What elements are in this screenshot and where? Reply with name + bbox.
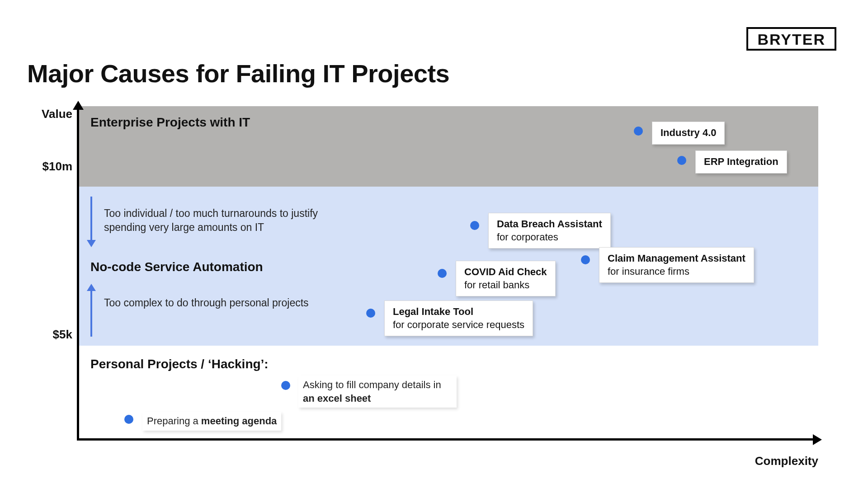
label-text: Preparing a (147, 415, 201, 427)
label-bold: meeting agenda (201, 415, 277, 427)
x-axis (77, 438, 818, 441)
card-title: Claim Management Assistant (608, 252, 745, 265)
annotation-arrow-down-icon (90, 197, 92, 242)
card-title: ERP Integration (704, 156, 778, 167)
brand-logo: BRYTER (746, 27, 836, 51)
card-title: Legal Intake Tool (393, 305, 524, 319)
dot-agenda (124, 415, 133, 424)
x-axis-label: Complexity (741, 454, 818, 468)
card-title: Industry 4.0 (660, 127, 716, 138)
card-industry40: Industry 4.0 (652, 122, 725, 145)
card-subtitle: for insurance firms (608, 265, 745, 278)
dot-erp (677, 156, 686, 165)
band-title-enterprise: Enterprise Projects with IT (90, 115, 250, 130)
card-title: COVID Aid Check (464, 266, 547, 279)
card-title: Data Breach Assistant (497, 218, 602, 231)
card-erp: ERP Integration (695, 150, 787, 174)
card-subtitle: for corporates (497, 231, 602, 244)
annotation-upper: Too individual / too much turnarounds to… (104, 206, 357, 235)
y-axis-arrow-icon (73, 101, 84, 110)
card-claim: Claim Management Assistant for insurance… (599, 247, 754, 283)
dot-claim (581, 255, 590, 264)
dot-industry40 (634, 127, 643, 136)
label-excel: Asking to fill company details in an exc… (298, 375, 457, 408)
band-title-nocode: No-code Service Automation (90, 260, 263, 274)
card-breach: Data Breach Assistant for corporates (488, 213, 611, 249)
x-axis-arrow-icon (813, 434, 822, 445)
annotation-arrow-up-icon (90, 289, 92, 337)
y-tick-10m: $10m (23, 160, 72, 174)
dot-legal (366, 309, 375, 318)
slide: BRYTER Major Causes for Failing IT Proje… (0, 0, 868, 488)
dot-breach (470, 221, 479, 230)
y-axis-label: Value (27, 107, 72, 121)
dot-covid (438, 269, 447, 278)
label-agenda: Preparing a meeting agenda (142, 412, 281, 431)
page-title: Major Causes for Failing IT Projects (27, 59, 449, 88)
label-text: Asking to fill company details in (303, 379, 441, 390)
y-tick-5k: $5k (23, 328, 72, 342)
chart-area: Value $10m $5k Complexity Enterprise Pro… (77, 106, 818, 441)
label-bold: an excel sheet (303, 393, 371, 404)
card-subtitle: for retail banks (464, 279, 547, 292)
dot-excel (281, 381, 290, 390)
band-title-personal: Personal Projects / ‘Hacking’: (90, 357, 269, 371)
annotation-lower: Too complex to do through personal proje… (104, 296, 309, 310)
card-covid: COVID Aid Check for retail banks (456, 261, 556, 296)
y-axis (77, 106, 79, 441)
card-legal: Legal Intake Tool for corporate service … (384, 300, 533, 336)
card-subtitle: for corporate service requests (393, 319, 524, 332)
